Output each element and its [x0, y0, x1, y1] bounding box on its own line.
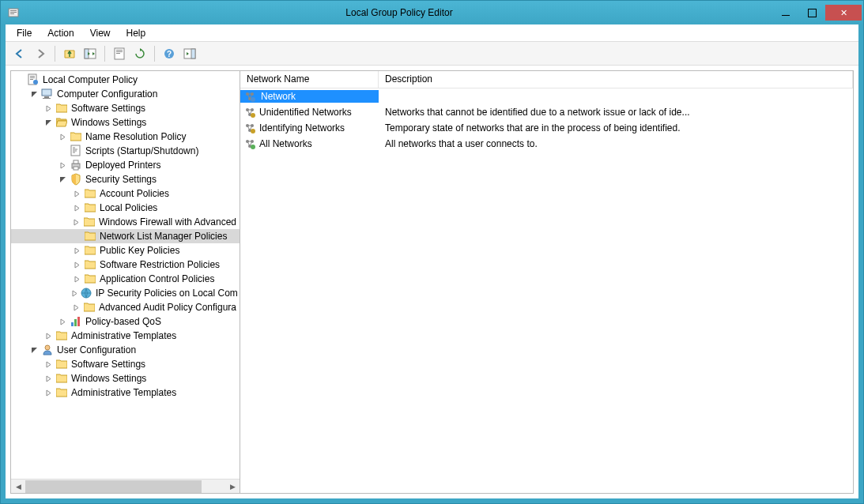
- tree-network-list-manager-policies[interactable]: Network List Manager Policies: [11, 229, 240, 243]
- list-row[interactable]: Identifying NetworksTemporary state of n…: [240, 120, 853, 136]
- tree-advanced-audit-policy[interactable]: Advanced Audit Policy Configura: [11, 300, 240, 314]
- tree-scripts[interactable]: Scripts (Startup/Shutdown): [11, 144, 240, 158]
- list-row[interactable]: Network: [240, 88, 853, 104]
- tree-node-icon: [84, 187, 96, 200]
- back-button[interactable]: [10, 44, 29, 63]
- tree-user-configuration[interactable]: User Configuration: [11, 343, 240, 357]
- tree-local-policies[interactable]: Local Policies: [11, 201, 240, 215]
- scroll-left-arrow[interactable]: ◀: [11, 480, 25, 494]
- app-icon: [7, 6, 20, 19]
- tree-node-label: Computer Configuration: [57, 88, 157, 100]
- minimize-button[interactable]: [773, 5, 798, 21]
- tree-account-policies[interactable]: Account Policies: [11, 186, 240, 201]
- tree-node-label: Software Settings: [71, 103, 145, 114]
- tree-node-label: Administrative Templates: [71, 387, 176, 398]
- expander-icon[interactable]: [71, 216, 82, 228]
- window-title: Local Group Policy Editor: [26, 7, 772, 18]
- expander-icon[interactable]: [43, 373, 54, 384]
- tree-public-key-policies[interactable]: Public Key Policies: [11, 243, 240, 258]
- menu-action[interactable]: Action: [40, 26, 81, 40]
- tree-node-label: Windows Settings: [71, 373, 146, 384]
- properties-button[interactable]: [110, 44, 129, 63]
- tree-application-control-policies[interactable]: Application Control Policies: [11, 272, 240, 286]
- tree-root[interactable]: Local Computer Policy: [11, 73, 240, 87]
- show-hide-tree-button[interactable]: [81, 44, 100, 63]
- expander-icon[interactable]: [71, 202, 82, 213]
- tree-ip-security-policies[interactable]: IP Security Policies on Local Com: [11, 286, 240, 300]
- tree-node-label: Software Settings: [71, 359, 145, 370]
- tree-software-restriction-policies[interactable]: Software Restriction Policies: [11, 258, 240, 272]
- tree-deployed-printers[interactable]: Deployed Printers: [11, 158, 240, 172]
- expander-icon[interactable]: [43, 117, 54, 128]
- menu-file[interactable]: File: [9, 26, 40, 40]
- tree-node-label: Windows Settings: [71, 117, 146, 128]
- expander-icon[interactable]: [57, 160, 68, 171]
- expander-icon[interactable]: [28, 344, 40, 355]
- tree-uc-windows-settings[interactable]: Windows Settings: [11, 371, 240, 386]
- svg-rect-17: [30, 79, 33, 80]
- list-cell-description: All networks that a user connects to.: [379, 138, 853, 149]
- list-row[interactable]: All NetworksAll networks that a user con…: [240, 136, 853, 152]
- tree-policy-based-qos[interactable]: Policy-based QoS: [11, 314, 240, 329]
- tree-windows-firewall[interactable]: Windows Firewall with Advanced: [11, 215, 240, 229]
- tree-name-resolution-policy[interactable]: Name Resolution Policy: [11, 130, 240, 144]
- tree-uc-software-settings[interactable]: Software Settings: [11, 357, 240, 371]
- expander-icon[interactable]: [43, 103, 54, 114]
- expander-icon[interactable]: [57, 145, 68, 156]
- expander-icon[interactable]: [71, 273, 82, 284]
- svg-rect-16: [30, 77, 35, 78]
- tree-node-label: Scripts (Startup/Shutdown): [85, 145, 198, 156]
- svg-point-30: [45, 345, 50, 350]
- maximize-button[interactable]: [799, 5, 824, 21]
- expander-icon[interactable]: [71, 245, 82, 256]
- tree-cc-administrative-templates[interactable]: Administrative Templates: [11, 329, 240, 343]
- tree-node-label: Windows Firewall with Advanced: [99, 216, 236, 228]
- expander-icon[interactable]: [14, 74, 25, 85]
- tree-node-icon: [41, 88, 54, 100]
- tree-uc-administrative-templates[interactable]: Administrative Templates: [11, 386, 240, 400]
- expander-icon[interactable]: [28, 88, 40, 100]
- svg-rect-2: [10, 12, 17, 13]
- tree-computer-configuration[interactable]: Computer Configuration: [11, 87, 240, 101]
- expander-icon[interactable]: [43, 330, 54, 341]
- show-hide-action-button[interactable]: [180, 44, 199, 63]
- menu-help[interactable]: Help: [119, 26, 154, 40]
- menu-view[interactable]: View: [82, 26, 119, 40]
- tree-cc-software-settings[interactable]: Software Settings: [11, 101, 240, 115]
- expander-icon[interactable]: [43, 387, 54, 398]
- network-icon: [243, 137, 256, 150]
- tree-horizontal-scrollbar[interactable]: ◀ ▶: [11, 479, 240, 493]
- tree-node-icon: [70, 315, 82, 328]
- expander-icon[interactable]: [57, 316, 68, 327]
- tree-node-icon: [55, 329, 68, 342]
- refresh-button[interactable]: [130, 44, 149, 63]
- tree-node-label: User Configuration: [57, 344, 136, 355]
- svg-rect-28: [74, 319, 77, 326]
- list-cell-name: Unidentified Networks: [259, 107, 352, 118]
- expander-icon[interactable]: [57, 131, 68, 142]
- tree-cc-windows-settings[interactable]: Windows Settings: [11, 115, 240, 130]
- close-button[interactable]: [825, 5, 862, 21]
- tree-node-label: Policy-based QoS: [85, 316, 161, 327]
- scroll-thumb[interactable]: [25, 480, 202, 493]
- scroll-right-arrow[interactable]: ▶: [225, 480, 240, 494]
- menu-bar: File Action View Help: [6, 24, 858, 42]
- tree-security-settings[interactable]: Security Settings: [11, 172, 240, 186]
- expander-icon[interactable]: [71, 302, 81, 313]
- column-description[interactable]: Description: [379, 71, 853, 88]
- expander-icon[interactable]: [71, 231, 82, 242]
- up-button[interactable]: [60, 44, 79, 63]
- forward-button[interactable]: [31, 44, 50, 63]
- help-button[interactable]: ?: [160, 44, 179, 63]
- svg-point-18: [33, 80, 38, 85]
- network-icon: [243, 122, 256, 134]
- tree-node-label: Public Key Policies: [100, 245, 179, 256]
- expander-icon[interactable]: [71, 259, 82, 270]
- list-row[interactable]: Unidentified NetworksNetworks that canno…: [240, 104, 853, 120]
- expander-icon[interactable]: [71, 188, 82, 199]
- column-network-name[interactable]: Network Name: [240, 71, 379, 88]
- expander-icon[interactable]: [57, 174, 68, 185]
- expander-icon[interactable]: [43, 359, 54, 370]
- expander-icon[interactable]: [71, 288, 78, 299]
- title-bar: Local Group Policy Editor: [1, 1, 863, 24]
